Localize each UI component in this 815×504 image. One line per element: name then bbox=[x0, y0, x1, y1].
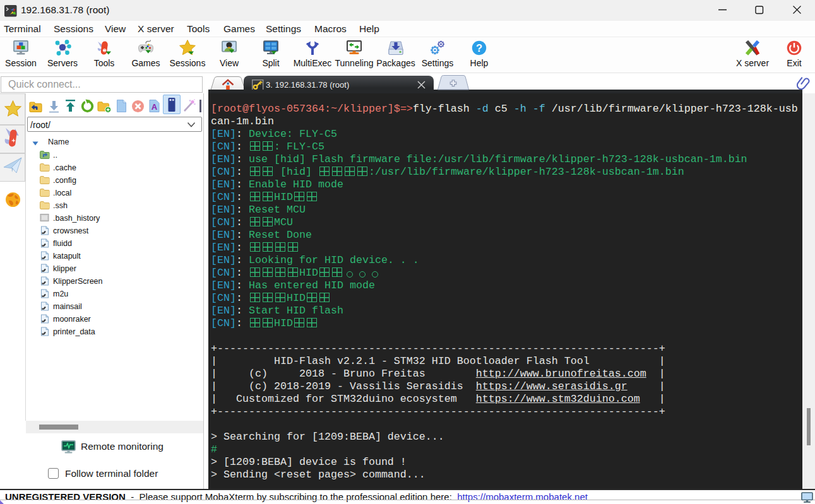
svg-text:?: ? bbox=[476, 42, 482, 54]
svg-text:A: A bbox=[152, 102, 158, 112]
